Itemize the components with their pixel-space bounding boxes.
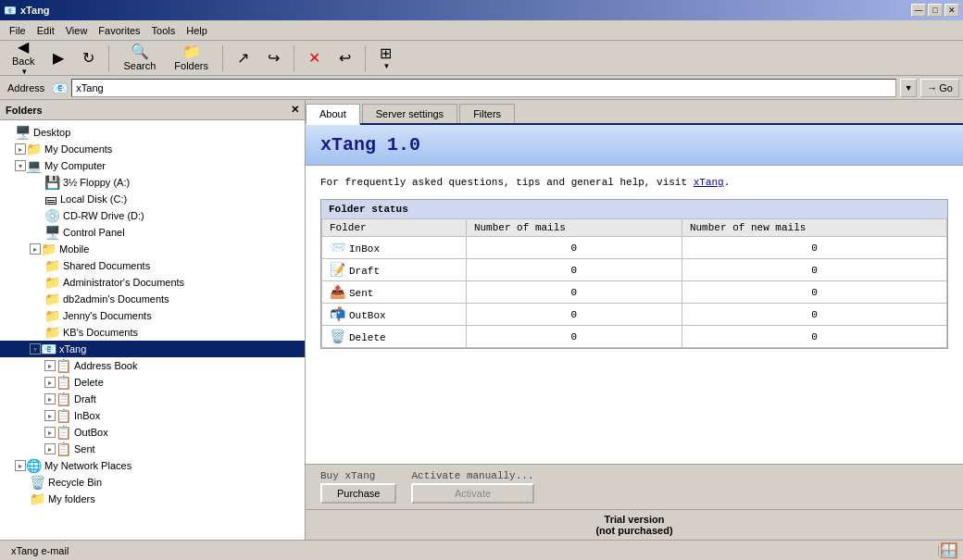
sidebar-item-shared-documents[interactable]: 📁Shared Documents <box>0 257 305 274</box>
sidebar-item-recycle-bin[interactable]: 🗑️Recycle Bin <box>0 474 305 491</box>
tab-filters[interactable]: Filters <box>459 104 515 123</box>
sidebar-label-desktop: Desktop <box>33 127 70 138</box>
folder-row-label: Draft <box>349 266 380 277</box>
search-button[interactable]: 🔍 Search <box>115 44 164 73</box>
table-row: 📬OutBox00 <box>322 304 947 326</box>
minimize-button[interactable]: — <box>911 4 926 17</box>
tree-expander-my-documents[interactable]: ▸ <box>15 143 26 155</box>
folder-row-icon: 📨 <box>330 241 345 255</box>
sidebar-item-mobile[interactable]: ▸📁Mobile <box>0 241 305 257</box>
menu-help[interactable]: Help <box>181 23 213 38</box>
folder-mails-cell: 0 <box>466 304 682 326</box>
tree-expander-control-panel <box>30 225 44 240</box>
folders-icon: 📁 <box>182 44 201 59</box>
close-button[interactable]: ✕ <box>944 4 959 17</box>
tree-expander-desktop <box>0 125 15 140</box>
trial-line2: (not purchased) <box>309 525 959 536</box>
menu-edit[interactable]: Edit <box>31 23 60 38</box>
tree-expander-recycle-bin <box>15 475 30 490</box>
folder-name-cell: 📬OutBox <box>322 304 467 326</box>
address-dropdown[interactable]: ▼ <box>900 79 917 97</box>
tree-expander-mobile[interactable]: ▸ <box>30 243 41 255</box>
tree-expander-db2admin-docs <box>30 292 44 306</box>
sidebar-item-cdrom[interactable]: 💿CD-RW Drive (D:) <box>0 207 305 224</box>
tree-expander-network-places[interactable]: ▸ <box>15 460 26 471</box>
tab-about[interactable]: About <box>306 104 360 125</box>
sidebar-item-admin-docs[interactable]: 📁Administrator's Documents <box>0 274 305 291</box>
folder-row-label: Sent <box>349 288 373 299</box>
address-xtang-icon: 📧 <box>52 81 68 95</box>
tree-expander-address-book[interactable]: ▸ <box>44 360 56 371</box>
about-description-end: . <box>724 177 731 188</box>
folder-mails-cell: 0 <box>466 281 682 304</box>
draft-icon: 📋 <box>56 392 71 406</box>
sidebar-item-xtang[interactable]: ▾📧xTang <box>0 341 305 357</box>
sidebar-item-my-computer[interactable]: ▾💻My Computer <box>0 157 305 174</box>
tree-expander-xtang[interactable]: ▾ <box>30 343 41 355</box>
menu-file[interactable]: File <box>4 23 31 38</box>
tab-server-settings[interactable]: Server settings <box>362 104 457 123</box>
back-label: Back <box>12 56 34 67</box>
menu-favorites[interactable]: Favorites <box>93 23 145 38</box>
folders-button[interactable]: 📁 Folders <box>166 44 217 73</box>
activate-button[interactable]: Activate <box>411 483 533 504</box>
sidebar-item-local-disk[interactable]: 🖴Local Disk (C:) <box>0 191 305 207</box>
sidebar-item-desktop[interactable]: 🖥️Desktop <box>0 124 305 141</box>
network-places-icon: 🌐 <box>26 458 42 473</box>
sidebar-item-outbox[interactable]: ▸📋OutBox <box>0 424 305 441</box>
sidebar-item-kb-docs[interactable]: 📁KB's Documents <box>0 324 305 341</box>
back-button[interactable]: ◀ Back ▼ <box>4 44 43 73</box>
outbox-icon: 📋 <box>56 425 71 440</box>
status-bar: xTang e-mail 🪟 <box>0 540 963 560</box>
toolbar-separator-1 <box>108 45 109 71</box>
sidebar-item-floppy[interactable]: 💾3½ Floppy (A:) <box>0 174 305 191</box>
sidebar-item-address-book[interactable]: ▸📋Address Book <box>0 357 305 374</box>
forward-button[interactable]: ▶ <box>44 44 72 73</box>
sidebar-item-my-documents[interactable]: ▸📁My Documents <box>0 141 305 157</box>
sidebar-item-my-folders[interactable]: 📁My folders <box>0 491 305 507</box>
shared-documents-icon: 📁 <box>44 258 60 273</box>
sidebar-item-network-places[interactable]: ▸🌐My Network Places <box>0 457 305 474</box>
purchase-bar: Buy xTang Purchase Activate manually... … <box>306 464 963 509</box>
sidebar-item-jenny-docs[interactable]: 📁Jenny's Documents <box>0 307 305 324</box>
sidebar-item-db2admin-docs[interactable]: 📁db2admin's Documents <box>0 291 305 307</box>
maximize-button[interactable]: □ <box>928 4 943 17</box>
sidebar-label-admin-docs: Administrator's Documents <box>63 277 184 288</box>
tree-expander-admin-docs <box>30 275 44 290</box>
activate-label: Activate manually... <box>411 470 533 481</box>
purchase-button[interactable]: Purchase <box>320 483 396 504</box>
activate-section: Activate manually... Activate <box>411 470 533 504</box>
sidebar-item-sent[interactable]: ▸📋Sent <box>0 441 305 457</box>
sidebar-label-my-folders: My folders <box>48 493 95 504</box>
address-input[interactable] <box>71 79 896 97</box>
sidebar-item-draft[interactable]: ▸📋Draft <box>0 391 305 407</box>
folders-close-button[interactable]: ✕ <box>291 104 299 116</box>
delete-button[interactable]: ✕ <box>300 44 329 73</box>
menu-view[interactable]: View <box>60 23 94 38</box>
tree-expander-outbox[interactable]: ▸ <box>44 427 56 438</box>
about-xtang-link[interactable]: xTang <box>694 177 724 188</box>
copy-button[interactable]: ↪ <box>259 44 288 73</box>
views-button[interactable]: ⊞ ▼ <box>371 44 400 73</box>
tree-expander-draft[interactable]: ▸ <box>44 393 56 404</box>
sidebar-item-control-panel[interactable]: 🖥️Control Panel <box>0 224 305 241</box>
move-button[interactable]: ↗ <box>229 44 257 73</box>
refresh-button[interactable]: ↻ <box>74 44 103 73</box>
about-content: xTang 1.0 For frequently asked questions… <box>306 125 963 464</box>
sidebar-item-inbox[interactable]: ▸📋InBox <box>0 407 305 424</box>
tree-expander-delete[interactable]: ▸ <box>44 377 56 388</box>
go-button[interactable]: → Go <box>920 79 959 97</box>
tree-expander-my-computer[interactable]: ▾ <box>15 160 26 171</box>
tree-expander-local-disk <box>30 192 44 206</box>
local-disk-icon: 🖴 <box>44 192 57 206</box>
folder-new-mails-cell: 0 <box>682 304 946 326</box>
folders-label: Folders <box>174 60 208 71</box>
folders-panel: Folders ✕ 🖥️Desktop▸📁My Documents▾💻My Co… <box>0 100 306 540</box>
menu-tools[interactable]: Tools <box>146 23 181 38</box>
back-arrow-icon: ▼ <box>20 68 28 76</box>
tree-expander-inbox[interactable]: ▸ <box>44 410 56 421</box>
sidebar-item-delete[interactable]: ▸📋Delete <box>0 374 305 391</box>
windows-logo-icon: 🪟 <box>939 541 959 561</box>
undo-button[interactable]: ↩ <box>331 44 359 73</box>
tree-expander-sent[interactable]: ▸ <box>44 443 56 454</box>
